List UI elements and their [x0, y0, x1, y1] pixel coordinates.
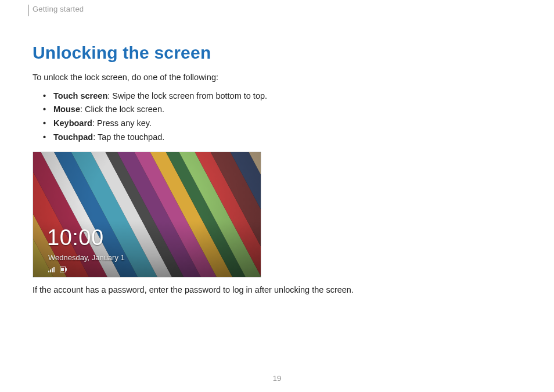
method-label: Mouse	[53, 105, 80, 114]
signal-icon	[48, 267, 55, 272]
list-item: Mouse: Click the lock screen.	[43, 103, 364, 117]
lockscreen-status-icons	[48, 267, 66, 272]
method-desc: : Swipe the lock screen from bottom to t…	[107, 91, 267, 100]
after-note: If the account has a password, enter the…	[33, 285, 358, 296]
header-rule	[28, 5, 29, 16]
intro-text: To unlock the lock screen, do one of the…	[33, 72, 364, 84]
lockscreen-date: Wednesday, January 1	[48, 253, 125, 262]
section-title: Unlocking the screen	[33, 43, 364, 63]
method-label: Keyboard	[53, 118, 92, 128]
list-item: Touch screen: Swipe the lock screen from…	[43, 89, 364, 103]
battery-icon	[60, 267, 66, 272]
method-label: Touch screen	[53, 91, 107, 100]
method-desc: : Click the lock screen.	[80, 105, 164, 114]
method-label: Touchpad	[53, 132, 93, 142]
lockscreen-figure: 10:00 Wednesday, January 1	[33, 152, 261, 278]
list-item: Keyboard: Press any key.	[43, 117, 364, 131]
lockscreen-time: 10:00	[47, 225, 104, 250]
breadcrumb: Getting started	[33, 5, 84, 13]
list-item: Touchpad: Tap the touchpad.	[43, 131, 364, 145]
method-desc: : Tap the touchpad.	[93, 132, 164, 142]
page-number: 19	[0, 374, 554, 383]
method-desc: : Press any key.	[92, 118, 152, 128]
manual-page: Getting started Unlocking the screen To …	[0, 0, 554, 392]
content-column: Unlocking the screen To unlock the lock …	[33, 43, 364, 296]
method-list: Touch screen: Swipe the lock screen from…	[43, 89, 364, 145]
